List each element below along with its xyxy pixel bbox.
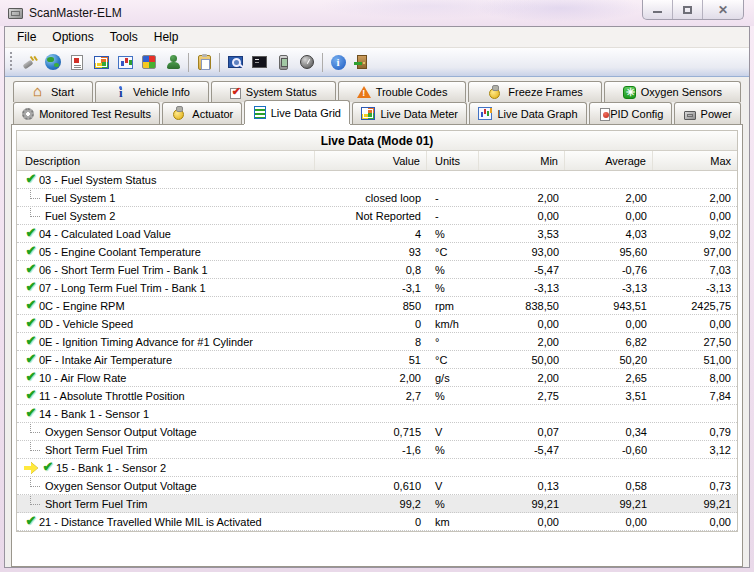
globe-icon[interactable] [41,51,65,74]
units-cell: km [427,513,479,530]
user-icon[interactable] [161,51,185,74]
check-icon: ✔ [23,369,39,384]
units-cell: % [427,441,479,458]
table-row[interactable]: ✔ 15 - Bank 1 - Sensor 2 [17,459,737,477]
units-cell: % [427,225,479,242]
check-icon: ✔ [23,387,39,402]
check-icon: ✔ [23,225,39,240]
close-button[interactable]: ✕ [703,0,743,19]
average-cell: 95,60 [565,243,653,260]
table-row[interactable]: ✔ 0E - Ignition Timing Advance for #1 Cy… [17,333,737,351]
data-grid-icon[interactable] [89,51,113,74]
average-cell: 4,03 [565,225,653,242]
check-icon: ✔ [23,243,39,258]
average-cell: 3,51 [565,387,653,404]
column-header[interactable]: Value [315,151,427,170]
tab-start[interactable]: Start [13,81,93,102]
menu-tools[interactable]: Tools [102,28,146,46]
tab-trouble-codes[interactable]: Trouble Codes [338,81,467,102]
table-row[interactable]: ✔ 05 - Engine Coolant Temperature 93 °C … [17,243,737,261]
handheld-device-icon[interactable] [271,51,295,74]
column-header[interactable]: Average [565,151,653,170]
maximize-button[interactable] [673,0,703,19]
tab-system-status[interactable]: System Status [211,81,336,102]
units-cell [427,459,479,476]
table-row[interactable]: ✔ 21 - Distance Travelled While MIL is A… [17,513,737,531]
tab-live-data-meter[interactable]: Live Data Meter [352,102,467,124]
search-monitor-icon[interactable] [223,51,247,74]
tab-monitored-test-results[interactable]: Monitored Test Results [13,102,160,124]
row-description: 0F - Intake Air Temperature [39,354,172,366]
table-row[interactable]: ✔ 06 - Short Term Fuel Trim - Bank 1 0,8… [17,261,737,279]
tree-branch-line [30,424,40,433]
column-header[interactable]: Description [17,151,315,170]
table-row[interactable]: ✔ Oxygen Sensor Output Voltage 0,715 V 0… [17,423,737,441]
table-row[interactable]: ✔ 07 - Long Term Fuel Trim - Bank 1 -3,1… [17,279,737,297]
tab-label: Trouble Codes [376,86,448,98]
gauge-icon[interactable] [295,51,319,74]
menu-file[interactable]: File [9,28,44,46]
exit-door-icon[interactable] [350,51,374,74]
table-row[interactable]: ✔ 0D - Vehicle Speed 0 km/h 0,00 0,00 0,… [17,315,737,333]
windows-colors-icon[interactable] [137,51,161,74]
check-icon: ✔ [23,315,39,330]
description-cell: ✔ 10 - Air Flow Rate [17,369,315,386]
toolbar-glyph [165,54,182,71]
table-row[interactable]: ✔ Oxygen Sensor Output Voltage 0,610 V 0… [17,477,737,495]
value-cell: 0,610 [315,477,427,494]
table-row[interactable]: ✔ 0F - Intake Air Temperature 51 °C 50,0… [17,351,737,369]
toolbar-glyph [94,56,109,69]
column-header[interactable]: Min [479,151,565,170]
max-cell [653,405,737,422]
tab-live-data-graph[interactable]: Live Data Graph [469,102,587,124]
min-cell: 3,53 [479,225,565,242]
column-header[interactable]: Max [653,151,737,170]
row-description: 10 - Air Flow Rate [39,372,126,384]
tab-power[interactable]: Power [674,102,741,124]
tab-freeze-frames[interactable]: Freeze Frames [468,81,601,102]
min-cell: 2,00 [479,369,565,386]
window-controls: ✕ [642,0,744,20]
table-row[interactable]: ✔ Short Term Fuel Trim 99,2 % 99,21 99,2… [17,495,737,513]
connect-plug-icon[interactable] [17,51,41,74]
report-icon[interactable] [65,51,89,74]
tab-actuator[interactable]: Actuator [162,102,242,124]
bar-chart-icon[interactable] [113,51,137,74]
tab-live-data-grid[interactable]: Live Data Grid [244,100,350,124]
table-row[interactable]: ✔ 11 - Absolute Throttle Position 2,7 % … [17,387,737,405]
column-header-label: Value [393,155,420,167]
check-icon: ✔ [23,405,39,420]
table-row[interactable]: ✔ Fuel System 2 Not Reported - 0,00 0,00… [17,207,737,225]
units-cell: % [427,279,479,296]
toolbar-glyph [21,54,38,71]
tab-pid-config[interactable]: PID Config [589,102,673,124]
info-icon[interactable] [326,51,350,74]
maximize-icon [683,6,692,14]
units-cell [427,405,479,422]
units-cell: °C [427,243,479,260]
menu-help[interactable]: Help [146,28,187,46]
min-cell: 0,00 [479,513,565,530]
table-row[interactable]: ✔ 04 - Calculated Load Value 4 % 3,53 4,… [17,225,737,243]
minimize-button[interactable] [643,0,673,19]
check-icon: ✔ [23,261,39,276]
table-row[interactable]: ✔ 14 - Bank 1 - Sensor 1 [17,405,737,423]
terminal-icon[interactable] [247,51,271,74]
table-row[interactable]: ✔ Short Term Fuel Trim -1,6 % -5,47 -0,6… [17,441,737,459]
tab-vehicle-info[interactable]: Vehicle Info [95,81,209,102]
tab-oxygen-sensors[interactable]: Oxygen Sensors [604,81,741,102]
min-cell: 2,00 [479,189,565,206]
average-cell: 0,00 [565,315,653,332]
table-row[interactable]: ✔ 03 - Fuel System Status [17,171,737,189]
table-row[interactable]: ✔ Fuel System 1 closed loop - 2,00 2,00 … [17,189,737,207]
table-row[interactable]: ✔ 10 - Air Flow Rate 2,00 g/s 2,00 2,65 … [17,369,737,387]
menu-options[interactable]: Options [44,28,101,46]
column-header[interactable]: Units [427,151,479,170]
row-description: 21 - Distance Travelled While MIL is Act… [39,516,262,528]
table-row[interactable]: ✔ 0C - Engine RPM 850 rpm 838,50 943,51 … [17,297,737,315]
tree-branch-line [30,496,40,505]
min-cell [479,459,565,476]
units-cell: km/h [427,315,479,332]
average-cell: 6,82 [565,333,653,350]
clipboard-icon[interactable] [192,51,216,74]
